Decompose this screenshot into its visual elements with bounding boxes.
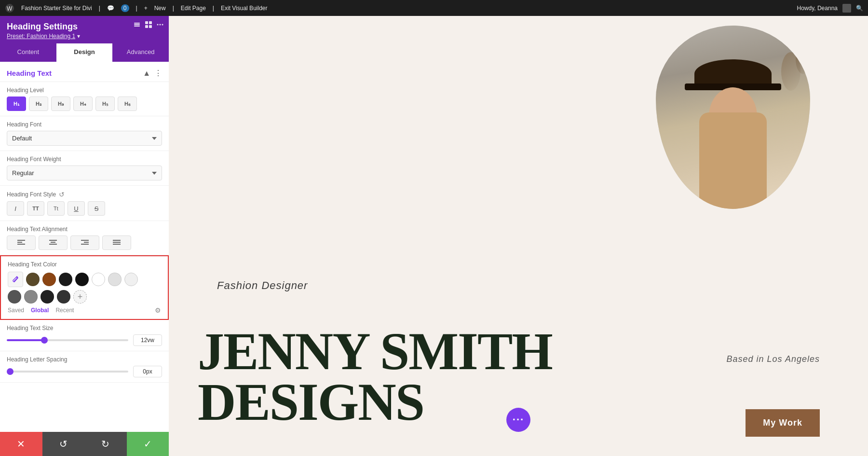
fashion-designer-label: Fashion Designer <box>217 279 308 292</box>
heading-text-size-field: Heading Text Size 12vw <box>0 320 169 351</box>
color-tab-recent[interactable]: Recent <box>55 307 74 314</box>
heading-font-select[interactable]: Default <box>7 131 162 146</box>
floating-action-button[interactable]: ··· <box>506 408 530 432</box>
color-swatch-3[interactable] <box>59 273 72 286</box>
align-right-button[interactable] <box>70 235 99 250</box>
tab-design[interactable]: Design <box>56 43 113 62</box>
exit-builder-link[interactable]: Exit Visual Builder <box>221 5 268 12</box>
font-style-buttons: I TT Tt U S <box>7 201 162 216</box>
portrait-background <box>656 26 810 209</box>
underline-button[interactable]: U <box>68 201 85 216</box>
color-tab-global[interactable]: Global <box>31 307 49 314</box>
color-swatch-7[interactable] <box>124 273 138 286</box>
h1-button[interactable]: H₁ <box>7 97 26 111</box>
new-label[interactable]: + <box>144 5 148 12</box>
redo-button[interactable]: ↻ <box>84 432 127 456</box>
page-canvas: Fashion Designer JENNY SMITH DESIGNS Bas… <box>169 16 868 456</box>
align-center-button[interactable] <box>39 235 68 250</box>
h2-button[interactable]: H₂ <box>29 97 48 111</box>
h6-button[interactable]: H₆ <box>118 97 137 111</box>
color-swatch-4[interactable] <box>75 273 89 286</box>
heading-font-weight-select[interactable]: Regular <box>7 166 162 180</box>
svg-point-9 <box>157 24 159 26</box>
comment-count: 0 <box>121 4 129 12</box>
svg-rect-12 <box>17 240 25 241</box>
color-swatch-9[interactable] <box>24 290 38 304</box>
color-swatch-10[interactable] <box>41 290 54 304</box>
svg-rect-22 <box>113 242 121 243</box>
undo-button[interactable]: ↺ <box>42 432 85 456</box>
site-name[interactable]: Fashion Starter Site for Divi <box>21 5 92 12</box>
h4-button[interactable]: H₄ <box>73 97 93 111</box>
hair-wisp-2 <box>796 45 810 74</box>
font-style-reset-icon[interactable]: ↺ <box>59 191 65 198</box>
tab-advanced[interactable]: Advanced <box>112 43 169 62</box>
svg-rect-19 <box>84 242 89 243</box>
align-left-button[interactable] <box>7 235 36 250</box>
add-color-button[interactable]: + <box>73 290 87 304</box>
settings-panel: Heading Settings Preset: Fashion Heading… <box>0 16 169 456</box>
color-swatch-2[interactable] <box>42 273 56 286</box>
h3-button[interactable]: H₃ <box>51 97 70 111</box>
cancel-button[interactable]: ✕ <box>0 432 42 456</box>
bottom-toolbar: ✕ ↺ ↻ ✓ <box>0 432 169 456</box>
capitalize-button[interactable]: Tt <box>47 201 65 216</box>
save-button[interactable]: ✓ <box>127 432 169 456</box>
main-layout: Heading Settings Preset: Fashion Heading… <box>0 16 868 456</box>
strikethrough-button[interactable]: S <box>88 201 105 216</box>
heading-font-weight-label: Heading Font Weight <box>7 156 162 163</box>
edit-page-link[interactable]: Edit Page <box>181 5 206 12</box>
heading-text-alignment-field: Heading Text Alignment <box>0 221 169 255</box>
color-swatch-8[interactable] <box>8 290 21 304</box>
panel-preset[interactable]: Preset: Fashion Heading 1 ▾ <box>7 33 162 40</box>
svg-point-10 <box>160 24 161 26</box>
color-swatch-11[interactable] <box>57 290 70 304</box>
italic-button[interactable]: I <box>7 201 24 216</box>
admin-bar: W Fashion Starter Site for Divi | 💬 0 | … <box>0 0 868 16</box>
heading-text-color-field: Heading Text Color <box>0 255 169 320</box>
svg-rect-23 <box>113 244 121 245</box>
wordpress-icon[interactable]: W <box>5 3 14 13</box>
color-settings-icon[interactable]: ⚙ <box>155 306 161 314</box>
color-tab-saved[interactable]: Saved <box>8 307 24 314</box>
heading-letter-spacing-label: Heading Letter Spacing <box>7 356 162 363</box>
comment-icon[interactable]: 💬 <box>107 5 114 12</box>
panel-header-icons <box>133 21 164 28</box>
color-swatch-6[interactable] <box>108 273 122 286</box>
panel-tabs: Content Design Advanced <box>0 43 169 62</box>
settings-icon[interactable] <box>133 21 141 28</box>
color-swatch-5[interactable] <box>92 273 105 286</box>
eyedropper-button[interactable] <box>8 272 23 287</box>
color-tabs: Saved Global Recent ⚙ <box>8 306 161 314</box>
body-shape <box>699 112 767 209</box>
canvas-content: Fashion Designer JENNY SMITH DESIGNS Bas… <box>169 16 868 456</box>
more-icon[interactable] <box>156 21 164 28</box>
svg-rect-7 <box>145 25 148 28</box>
text-size-slider[interactable] <box>7 339 128 341</box>
admin-bar-right: Howdy, Deanna 🔍 <box>797 4 864 13</box>
grid-icon[interactable] <box>145 21 152 28</box>
align-justify-button[interactable] <box>102 235 131 250</box>
svg-rect-3 <box>134 24 140 25</box>
heading-level-field: Heading Level H₁ H₂ H₃ H₄ H₅ H₆ <box>0 82 169 116</box>
uppercase-button[interactable]: TT <box>27 201 44 216</box>
letter-spacing-value[interactable]: 0px <box>133 366 162 377</box>
user-avatar <box>842 4 851 13</box>
heading-level-label: Heading Level <box>7 87 162 94</box>
heading-font-style-field: Heading Font Style ↺ I TT Tt U S <box>0 186 169 221</box>
section-menu-icon[interactable]: ⋮ <box>154 69 162 78</box>
letter-spacing-slider[interactable] <box>7 371 128 373</box>
tab-content[interactable]: Content <box>0 43 56 62</box>
color-swatch-1[interactable] <box>26 273 40 286</box>
my-work-button[interactable]: My Work <box>746 409 820 437</box>
ellipsis-icon: ··· <box>513 414 524 426</box>
svg-rect-8 <box>149 25 152 28</box>
h5-button[interactable]: H₅ <box>95 97 115 111</box>
svg-rect-5 <box>145 21 148 24</box>
svg-rect-4 <box>134 26 140 27</box>
text-size-value[interactable]: 12vw <box>133 334 162 346</box>
section-header: Heading Text ▲ ⋮ <box>0 62 169 82</box>
search-icon[interactable]: 🔍 <box>856 5 863 12</box>
new-link[interactable]: New <box>154 5 166 12</box>
section-collapse-icon[interactable]: ▲ <box>143 69 150 78</box>
